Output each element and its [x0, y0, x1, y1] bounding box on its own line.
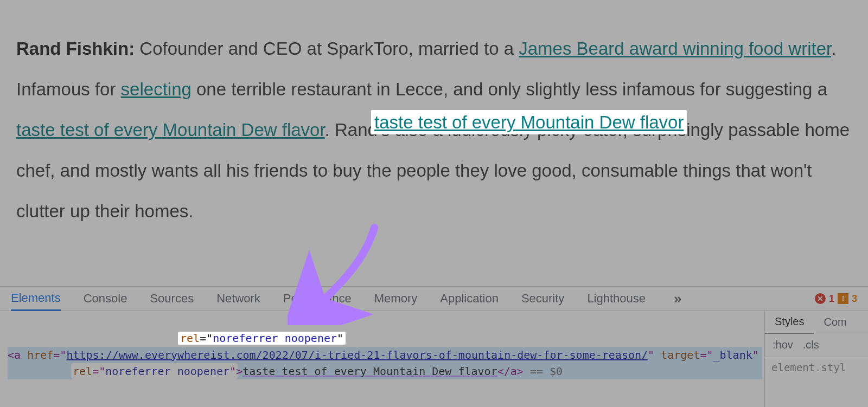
styles-tab-computed[interactable]: Com	[814, 311, 856, 333]
styles-tab-styles[interactable]: Styles	[765, 311, 814, 334]
tab-network[interactable]: Network	[216, 292, 260, 306]
devtools-panel: Elements Console Sources Network Perform…	[0, 286, 868, 407]
link-james-beard-writer[interactable]: James Beard award winning food writer	[519, 38, 831, 59]
styles-toolbar: :hov .cls	[765, 333, 868, 357]
tok-selected-marker: == $0	[524, 365, 563, 378]
author-name: Rand Fishkin:	[16, 38, 135, 59]
tok: href	[27, 348, 53, 361]
tab-application[interactable]: Application	[440, 292, 499, 306]
tabs-overflow-icon[interactable]: »	[674, 290, 681, 307]
dom-row-anchor[interactable]: <a href="https://www.everywhereist.com/2…	[8, 347, 762, 379]
tab-security[interactable]: Security	[521, 292, 564, 306]
tab-lighthouse[interactable]: Lighthouse	[587, 292, 646, 306]
rel-attribute-highlight: rel="noreferrer noopener"	[73, 365, 236, 378]
devtools-status: ✕ 1 ! 3	[815, 293, 857, 305]
styles-element-style[interactable]: element.styl	[765, 357, 868, 378]
tab-memory[interactable]: Memory	[374, 292, 417, 306]
elements-panel-body: <a href="https://www.everywhereist.com/2…	[0, 311, 868, 407]
tok: target	[661, 348, 700, 361]
tok: https://www.everywhereist.com/2022/07/i-…	[66, 348, 648, 361]
bio-text-1: Cofounder and CEO at SparkToro, married …	[135, 38, 519, 59]
error-icon[interactable]: ✕	[815, 293, 826, 304]
tok: </a>	[497, 365, 524, 378]
tok: _blank	[713, 348, 752, 361]
bio-text-3: one terrible restaurant in Lecce, and on…	[192, 79, 827, 99]
tab-performance[interactable]: Performance	[283, 292, 352, 306]
tab-sources[interactable]: Sources	[150, 292, 194, 306]
styles-cls-button[interactable]: .cls	[803, 339, 819, 351]
devtools-tabstrip: Elements Console Sources Network Perform…	[0, 287, 868, 311]
styles-tabstrip: Styles Com	[765, 311, 868, 333]
bio-paragraph: Rand Fishkin: Cofounder and CEO at Spark…	[16, 28, 852, 231]
link-mountain-dew-taste-test[interactable]: taste test of every Mountain Dew flavor	[16, 120, 325, 140]
tab-elements[interactable]: Elements	[11, 287, 61, 311]
warning-count: 3	[852, 293, 857, 305]
tok: <a	[8, 348, 27, 361]
error-count: 1	[829, 293, 834, 305]
article-bio: Rand Fishkin: Cofounder and CEO at Spark…	[0, 0, 868, 286]
tab-console[interactable]: Console	[84, 292, 127, 306]
styles-hov-button[interactable]: :hov	[773, 339, 793, 351]
warning-icon[interactable]: !	[838, 293, 848, 304]
link-selecting[interactable]: selecting	[121, 79, 192, 99]
tok-link-text: taste test of every Mountain Dew flavor	[242, 365, 497, 378]
styles-pane: Styles Com :hov .cls element.styl	[764, 311, 868, 407]
dom-tree[interactable]: <a href="https://www.everywhereist.com/2…	[0, 311, 764, 407]
